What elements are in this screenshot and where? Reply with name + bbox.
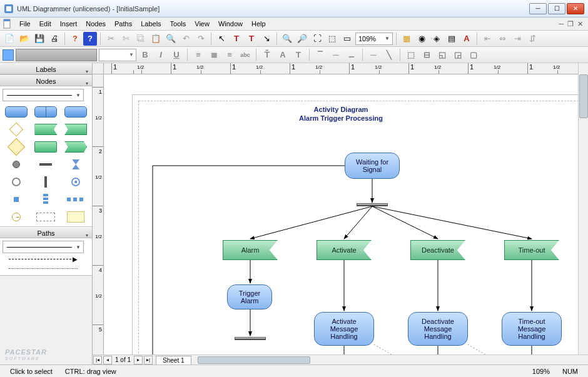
palette-vbar[interactable] [33,175,60,189]
valign-mid-button[interactable]: ─ [329,48,343,62]
save-button[interactable]: 💾 [33,32,46,46]
palette-flag-green-4[interactable] [62,140,89,154]
palette-rounded-rect[interactable] [3,105,30,119]
menu-window[interactable]: Window [214,19,247,29]
node-style-select[interactable]: ▼ [3,89,84,101]
node-timeout-msg[interactable]: Time-out Message Handling [502,312,562,346]
redo-button[interactable]: ↷ [194,32,208,46]
page-first-button[interactable]: |◂ [93,356,102,364]
find-button[interactable]: 🔍 [164,32,178,46]
menu-help[interactable]: Help [247,19,270,29]
zoom-page-button[interactable]: ▭ [340,32,354,46]
distribute-button[interactable]: ⇵ [525,32,539,46]
palette-rounded-rect-split[interactable] [33,105,60,119]
underline-button[interactable]: U [170,48,183,62]
mdi-restore-button[interactable]: ❐ [567,20,574,28]
curve-style-button[interactable]: ╲ [382,48,396,62]
palette-hbar[interactable] [33,158,60,171]
group-button[interactable]: ⬚ [404,48,418,62]
zoom-fit-button[interactable]: ⛶ [310,32,324,46]
halign-left-button[interactable]: ≡ [191,48,205,62]
menu-insert[interactable]: Insert [56,19,82,29]
delete-button[interactable]: ✂ [104,32,118,46]
print-button[interactable]: 🖨 [48,32,61,46]
sync-bar-2[interactable] [235,337,266,340]
ungroup-button[interactable]: ⊟ [420,48,433,62]
layer-button[interactable]: ▤ [445,32,459,46]
node-activate-msg[interactable]: Activate Message Handling [314,312,374,346]
text-style-button[interactable]: A [460,32,474,46]
sheet-tab[interactable]: Sheet 1 [156,356,191,364]
node-activate[interactable]: Activate [317,240,372,260]
node-deactivate[interactable]: Deactivate [410,240,465,260]
menu-paths[interactable]: Paths [110,19,136,29]
cut-button[interactable]: ✄ [119,32,133,46]
grid-toggle[interactable]: ▦ [400,32,413,46]
horizontal-scrollbar[interactable] [196,356,578,364]
zoom-region-button[interactable]: ⬚ [325,32,339,46]
palette-dotted-line[interactable] [9,268,78,269]
style-select[interactable] [16,49,97,61]
halign-right-button[interactable]: ≡ [223,48,236,62]
panel-labels-header[interactable]: Labels▾ [0,63,92,74]
mdi-close-button[interactable]: ✕ [577,20,583,28]
palette-dot[interactable] [3,158,30,171]
valign-bottom-button[interactable]: ⎽ [345,48,358,62]
palette-flag-green[interactable] [33,123,60,136]
palette-rounded-rect-2[interactable] [62,105,89,119]
valign-top-button[interactable]: ⎺ [313,48,327,62]
halign-center-button[interactable]: ≣ [207,48,221,62]
palette-hourglass[interactable] [62,158,89,171]
palette-dashed-arrow[interactable]: ▶ [3,253,84,264]
about-button[interactable]: ? [83,32,97,46]
close-button[interactable]: ✕ [567,3,584,14]
palette-diamond-large[interactable] [3,140,30,154]
help-button[interactable]: ? [68,32,82,46]
menu-view[interactable]: View [190,19,214,29]
snap-path-button[interactable]: ◈ [430,32,444,46]
node-deactivate-msg[interactable]: Deactivate Message Handling [408,312,468,346]
line-weight-select[interactable]: ▼ [99,49,136,61]
open-button[interactable]: 📂 [18,32,31,46]
horizontal-ruler[interactable]: 11/2 11/2 11/2 11/2 11/2 11/2 11/2 11/2 … [104,63,578,74]
palette-diamond-small[interactable] [3,123,30,136]
palette-target[interactable] [62,175,89,189]
palette-ring[interactable] [3,175,30,189]
maximize-button[interactable]: ☐ [548,3,565,14]
page-last-button[interactable]: ▸| [144,356,153,364]
mdi-minimize-button[interactable]: ─ [559,20,564,28]
palette-square[interactable] [3,193,30,206]
line-style-button[interactable]: ─ [367,48,380,62]
node-trigger-alarm[interactable]: Trigger Alarm [227,284,272,309]
zoom-out-button[interactable]: 🔎 [295,32,309,46]
lock-button[interactable]: ▢ [467,48,480,62]
palette-stack[interactable] [33,193,60,206]
palette-note[interactable] [62,210,89,224]
palette-dashed-rect[interactable] [33,210,60,224]
sync-bar-1[interactable] [357,203,388,206]
text-top-button[interactable]: T̄ [260,48,274,62]
text-tool-2[interactable]: T [245,32,258,46]
label-button[interactable]: abc [238,48,252,62]
new-button[interactable]: 📄 [3,32,16,46]
vertical-ruler[interactable]: 11/2 21/2 31/2 41/2 5 [93,74,104,354]
zoom-in-button[interactable]: 🔍 [280,32,294,46]
node-timeout[interactable]: Time-out [504,240,559,260]
undo-button[interactable]: ↶ [179,32,193,46]
page-prev-button[interactable]: ◂ [103,356,112,364]
back-button[interactable]: ◲ [451,48,465,62]
text-bottom-button[interactable]: T [291,48,305,62]
palette-dashes[interactable] [62,193,89,206]
panel-paths-header[interactable]: Paths▾ [0,227,92,238]
menu-nodes[interactable]: Nodes [81,19,110,29]
menu-labels[interactable]: Labels [136,19,165,29]
menu-tools[interactable]: Tools [166,19,191,29]
vertical-scrollbar[interactable] [578,63,588,354]
panel-nodes-header[interactable]: Nodes▾ [0,75,92,86]
align-right-button[interactable]: ⇥ [510,32,524,46]
align-left-button[interactable]: ⇤ [480,32,494,46]
fill-color-button[interactable] [3,49,14,61]
node-alarm[interactable]: Alarm [223,240,278,260]
path-style-select[interactable]: ▼ [3,241,84,253]
copy-button[interactable]: ⿻ [134,32,148,46]
